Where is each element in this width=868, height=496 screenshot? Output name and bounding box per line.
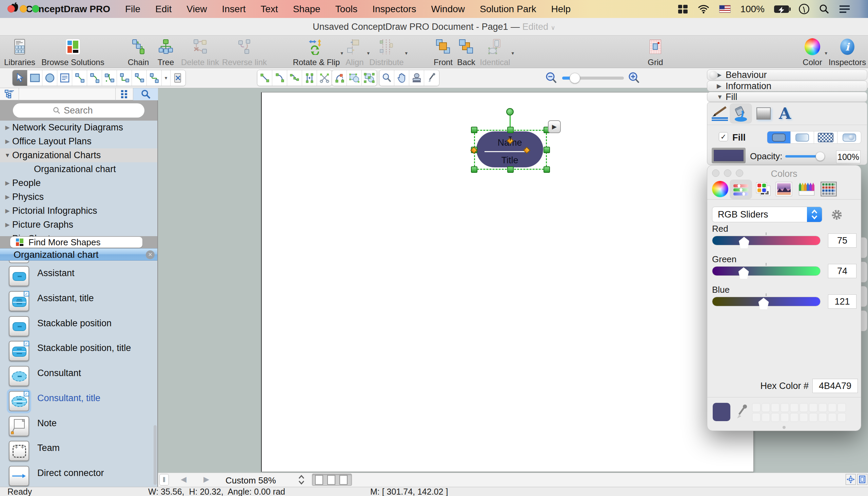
- image-palettes-tab[interactable]: [776, 182, 792, 196]
- favorite-swatches-grid[interactable]: [752, 403, 848, 422]
- library-search-button[interactable]: [133, 88, 158, 100]
- shape-item-note[interactable]: Note: [0, 416, 157, 440]
- right-angle-connector-tool[interactable]: [117, 70, 132, 86]
- inspectors-button[interactable]: i Inspectors: [825, 38, 868, 66]
- menu-solution-park[interactable]: Solution Park: [472, 0, 544, 18]
- arc-connector-tool[interactable]: [87, 70, 102, 86]
- fill-tab[interactable]: [730, 103, 752, 124]
- red-value-field[interactable]: [828, 233, 856, 248]
- resize-handle-s[interactable]: [507, 166, 514, 173]
- shape-item-team[interactable]: + + Team: [0, 441, 157, 465]
- menu-shape[interactable]: Shape: [285, 0, 328, 18]
- clock-icon[interactable]: [798, 3, 810, 15]
- current-color-swatch[interactable]: [713, 403, 730, 421]
- text-fill-tab[interactable]: A: [776, 104, 793, 123]
- color-sliders-tab[interactable]: [730, 180, 752, 199]
- page-tab-3[interactable]: [340, 475, 347, 485]
- connector-tools-caret[interactable]: ▾: [162, 70, 170, 86]
- menu-insert[interactable]: Insert: [215, 0, 253, 18]
- menu-view[interactable]: View: [179, 0, 214, 18]
- fill-checkbox[interactable]: ✓: [719, 132, 728, 141]
- color-wheel-tab[interactable]: [712, 181, 728, 197]
- line-tool[interactable]: [257, 70, 272, 86]
- gear-icon[interactable]: [831, 209, 843, 221]
- tree-item-pictorial-infographics[interactable]: ▶Pictorial Infographics: [0, 204, 157, 218]
- shape-list-scrollbar[interactable]: [154, 425, 156, 485]
- zoom-window-button[interactable]: [32, 5, 39, 13]
- menu-file[interactable]: File: [118, 0, 148, 18]
- fill-color-well[interactable]: [712, 148, 746, 163]
- shape-item-consultant[interactable]: Consultant: [0, 366, 157, 390]
- fit-page-button[interactable]: [845, 474, 856, 485]
- chain-button[interactable]: Chain: [125, 38, 152, 66]
- shape-item-stackable-position-title[interactable]: ✓ Stackable position, title: [0, 341, 157, 365]
- zoom-level-stepper[interactable]: [297, 474, 306, 486]
- hex-color-field[interactable]: [812, 379, 858, 393]
- eyedropper-icon[interactable]: [735, 404, 748, 420]
- battery-icon[interactable]: [774, 5, 789, 13]
- red-slider-thumb[interactable]: [739, 237, 749, 248]
- page-tab-1[interactable]: [315, 475, 323, 485]
- tree-item-organizational-charts[interactable]: ▼Organizational Charts: [0, 149, 157, 162]
- next-page-button[interactable]: ▶: [204, 475, 209, 484]
- actual-size-button[interactable]: [857, 474, 867, 485]
- ellipse-tool[interactable]: [42, 70, 57, 86]
- zoom-out-icon[interactable]: [545, 72, 557, 85]
- gradient-tab[interactable]: [755, 106, 772, 121]
- split-tool[interactable]: [170, 70, 185, 86]
- tree-item-people[interactable]: ▶People: [0, 176, 157, 190]
- resize-handle-e[interactable]: [543, 147, 550, 153]
- text-tool[interactable]: [57, 70, 72, 86]
- combine-shapes-tool[interactable]: [347, 70, 362, 86]
- tree-item-network-security[interactable]: ▶Network Security Diagrams: [0, 121, 157, 135]
- edited-badge[interactable]: Edited: [523, 22, 549, 32]
- menu-edit[interactable]: Edit: [148, 0, 179, 18]
- red-slider[interactable]: [712, 236, 821, 245]
- zoom-slider-thumb[interactable]: [570, 73, 580, 83]
- group-shapes-tool[interactable]: [362, 70, 377, 86]
- find-more-shapes-button[interactable]: Find More Shapes: [10, 237, 143, 248]
- shape-item-consultant-title[interactable]: ✓ Consultant, title: [0, 391, 157, 415]
- zoom-level-label[interactable]: Custom 58%: [225, 475, 276, 486]
- keyboard-layout-flag-icon[interactable]: [719, 5, 731, 13]
- page-tab-2[interactable]: [327, 475, 335, 485]
- close-library-button[interactable]: ×: [146, 250, 155, 259]
- color-button[interactable]: ▾ Color: [799, 38, 826, 66]
- green-slider[interactable]: [712, 266, 821, 276]
- menu-tools[interactable]: Tools: [328, 0, 365, 18]
- notification-center-icon[interactable]: [839, 5, 850, 14]
- reshape-tool[interactable]: [332, 70, 347, 86]
- swatch-drawer-handle[interactable]: [782, 426, 785, 429]
- blue-slider[interactable]: [712, 297, 821, 306]
- resize-handle-se[interactable]: [543, 166, 550, 173]
- behaviour-section-header[interactable]: ▶Behaviour: [707, 69, 867, 80]
- color-mode-dropdown[interactable]: RGB Sliders: [712, 207, 822, 222]
- zoom-tool[interactable]: [379, 70, 394, 86]
- prev-page-button[interactable]: ◀: [181, 475, 186, 484]
- pause-pages-button[interactable]: ‖: [159, 474, 169, 485]
- tree-item-office-layout[interactable]: ▶Office Layout Plans: [0, 135, 157, 149]
- pan-hand-tool[interactable]: [394, 70, 409, 86]
- shape-item-direct-connector[interactable]: Direct connector: [0, 466, 157, 487]
- stamp-tool[interactable]: [409, 70, 424, 86]
- blue-value-field[interactable]: [828, 294, 856, 309]
- icon-view-button[interactable]: [115, 88, 133, 100]
- grid-button[interactable]: Grid: [644, 38, 667, 66]
- libraries-button[interactable]: Libraries: [3, 38, 36, 66]
- pattern-fill-segment[interactable]: [814, 131, 837, 143]
- rotation-handle[interactable]: [506, 108, 514, 115]
- stroke-tab[interactable]: [710, 104, 729, 123]
- shape-action-button[interactable]: ▶: [548, 120, 561, 133]
- browse-solutions-button[interactable]: Browse Solutions: [41, 38, 105, 66]
- minimize-window-button[interactable]: [20, 5, 27, 13]
- rotate-flip-button[interactable]: ▾ Rotate & Flip: [291, 38, 342, 66]
- tree-item-physics[interactable]: ▶Physics: [0, 190, 157, 204]
- wifi-icon[interactable]: [698, 4, 710, 14]
- search-input[interactable]: [64, 105, 104, 116]
- menu-text[interactable]: Text: [253, 0, 285, 18]
- mirror-tool[interactable]: [302, 70, 317, 86]
- opacity-value-field[interactable]: [836, 151, 860, 163]
- tree-item-organizational-chart[interactable]: Organizational chart: [0, 162, 157, 176]
- eyedropper-tool[interactable]: [424, 70, 439, 86]
- shape-item-stackable-position[interactable]: Stackable position: [0, 316, 157, 341]
